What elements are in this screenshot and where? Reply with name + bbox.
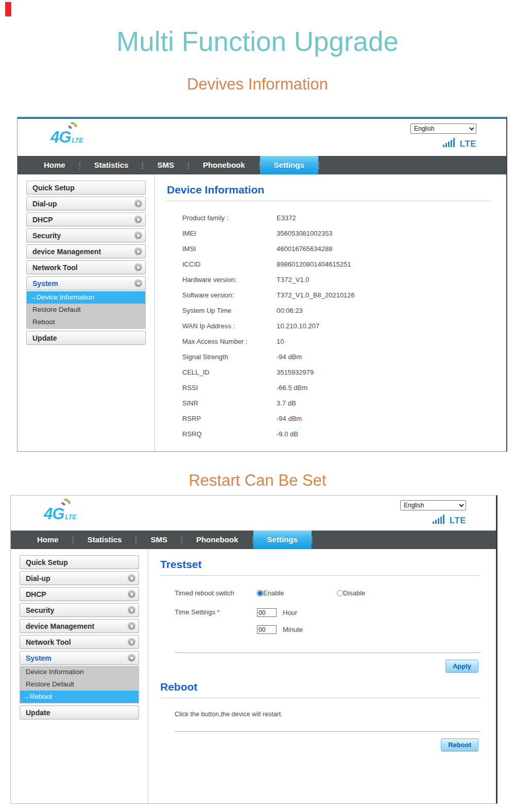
reboot-button[interactable]: Reboot: [441, 738, 478, 751]
hour-input[interactable]: [257, 608, 277, 617]
sidebar-item-dial-up[interactable]: Dial-up: [20, 571, 139, 585]
device-info-row: Software version:T372_V1.0_B8_20210126: [182, 292, 491, 299]
sidebar-item-label: Dial-up: [32, 200, 57, 208]
info-value: -94 dBm: [277, 415, 302, 422]
nav-tab-phonebook[interactable]: Phonebook: [189, 156, 259, 174]
language-select[interactable]: English: [400, 500, 466, 510]
device-info-list: Product family :E3372IMEI356053081002353…: [182, 215, 491, 438]
device-info-row: SINR3.7 dB: [182, 400, 491, 407]
submenu-item-reboot[interactable]: →Reboot: [20, 691, 139, 703]
info-value: -94 dBm: [277, 353, 302, 361]
router-header: 4GLTE English LTE: [18, 119, 506, 156]
sidebar-item-dial-up[interactable]: Dial-up: [26, 197, 146, 210]
minute-label: Minute: [283, 626, 303, 633]
chevron-right-icon: [134, 248, 142, 255]
nav-tab-sms[interactable]: SMS: [136, 531, 181, 549]
sidebar-item-security[interactable]: Security: [20, 603, 139, 617]
info-value: 10.210.10.207: [277, 322, 319, 330]
sidebar-item-dhcp[interactable]: DHCP: [26, 213, 146, 226]
info-value: 3.7 dB: [277, 399, 296, 407]
sidebar-item-network-tool[interactable]: Network Tool: [20, 635, 139, 649]
sidebar-item-device-management[interactable]: device Management: [20, 619, 139, 633]
submenu-item-restore-default[interactable]: Restore Default: [27, 304, 145, 316]
info-label: CELL_ID: [182, 369, 277, 376]
info-value: 00:06:23: [277, 307, 303, 314]
sidebar-item-label: Security: [26, 606, 54, 614]
sidebar-item-label: Security: [32, 232, 61, 240]
device-info-row: WAN Ip Address :10.210.10.207: [182, 323, 491, 330]
nav-tab-phonebook[interactable]: Phonebook: [182, 531, 252, 549]
disable-radio[interactable]: [337, 590, 343, 596]
sidebar-item-label: device Management: [26, 622, 94, 630]
hour-label: Hour: [283, 609, 297, 616]
main-nav: HomeStatisticsSMSPhonebookSettings: [18, 156, 506, 174]
sidebar-item-label: Update: [32, 334, 57, 342]
sidebar-item-device-management[interactable]: device Management: [26, 244, 146, 258]
chevron-down-icon: [134, 279, 142, 287]
language-select[interactable]: English: [410, 123, 476, 134]
nav-tab-statistics[interactable]: Statistics: [80, 156, 143, 174]
title-divider: [160, 575, 480, 576]
nav-tab-home[interactable]: Home: [23, 531, 73, 549]
time-settings-label: Time Settings *: [175, 608, 257, 634]
nav-tab-statistics[interactable]: Statistics: [74, 531, 136, 549]
sidebar-item-update[interactable]: Update: [26, 331, 146, 345]
minute-input[interactable]: [257, 625, 277, 634]
sidebar-item-network-tool[interactable]: Network Tool: [26, 260, 146, 274]
device-info-row: RSRQ-9.0 dB: [182, 431, 491, 438]
submenu-item-device-information[interactable]: Device Information: [20, 666, 139, 678]
info-value: 89860120801404615251: [277, 260, 351, 268]
router-screenshot-reboot: 4GLTE English LTE HomeStatisticsSMSPhone…: [10, 495, 497, 804]
submenu-item-device-information[interactable]: →Device Information: [27, 291, 145, 304]
required-asterisk: *: [217, 608, 220, 616]
signal-strength-icon: [433, 515, 444, 525]
sidebar-item-label: Network Tool: [32, 263, 78, 272]
chevron-right-icon: [128, 590, 135, 598]
submenu-item-reboot[interactable]: Reboot: [27, 316, 145, 328]
signal-strength-icon: [443, 138, 455, 148]
nav-tab-settings[interactable]: Settings: [260, 156, 318, 174]
sidebar-item-label: Network Tool: [26, 638, 71, 646]
sidebar-item-label: device Management: [32, 248, 101, 256]
info-value: 10: [277, 338, 284, 345]
sidebar-item-quick-setup[interactable]: Quick Setup: [26, 181, 146, 195]
device-info-row: IMEI356053081002353: [182, 230, 491, 237]
info-label: SINR: [182, 400, 277, 407]
section-divider: [175, 731, 480, 732]
sidebar-item-system[interactable]: System: [20, 651, 139, 665]
sidebar-item-label: DHCP: [32, 216, 53, 224]
info-label: IMEI: [182, 230, 277, 237]
reboot-title: Reboot: [160, 681, 480, 693]
reboot-description: Click the button,the device will restart…: [175, 711, 480, 718]
device-info-row: Product family :E3372: [182, 215, 491, 222]
sidebar-item-dhcp[interactable]: DHCP: [20, 587, 139, 601]
sidebar-item-quick-setup[interactable]: Quick Setup: [20, 555, 139, 569]
info-label: WAN Ip Address :: [182, 323, 277, 330]
content-panel: Trestset Timed reboot switch Enable Disa…: [148, 549, 496, 804]
system-submenu: Device InformationRestore Default→Reboot: [20, 666, 139, 703]
trestset-title: Trestset: [160, 558, 480, 571]
chevron-right-icon: [134, 216, 142, 223]
content-panel: Device Information Product family :E3372…: [155, 174, 506, 452]
sidebar-item-update[interactable]: Update: [20, 705, 139, 719]
info-value: T372_V1.0: [277, 276, 310, 284]
submenu-item-restore-default[interactable]: Restore Default: [20, 678, 139, 691]
chevron-right-icon: [134, 263, 142, 271]
info-label: IMSI: [182, 245, 277, 253]
logo-lte-text: LTE: [72, 137, 83, 144]
enable-radio[interactable]: [257, 590, 263, 596]
nav-tab-home[interactable]: Home: [30, 156, 79, 174]
info-label: Signal Strength: [182, 354, 277, 361]
sidebar-item-security[interactable]: Security: [26, 228, 146, 242]
sidebar-item-system[interactable]: System: [26, 276, 146, 290]
chevron-right-icon: [134, 200, 142, 207]
nav-tab-settings[interactable]: Settings: [253, 531, 312, 549]
system-submenu: →Device InformationRestore DefaultReboot: [26, 291, 146, 329]
title-divider: [160, 698, 480, 698]
device-info-row: Hardware version:T372_V1.0: [182, 276, 491, 284]
info-label: RSRQ: [182, 431, 277, 438]
logo-lte-text: LTE: [65, 514, 76, 521]
nav-tab-sms[interactable]: SMS: [143, 156, 188, 174]
apply-button[interactable]: Apply: [445, 660, 478, 673]
sidebar-item-label: System: [26, 654, 52, 662]
